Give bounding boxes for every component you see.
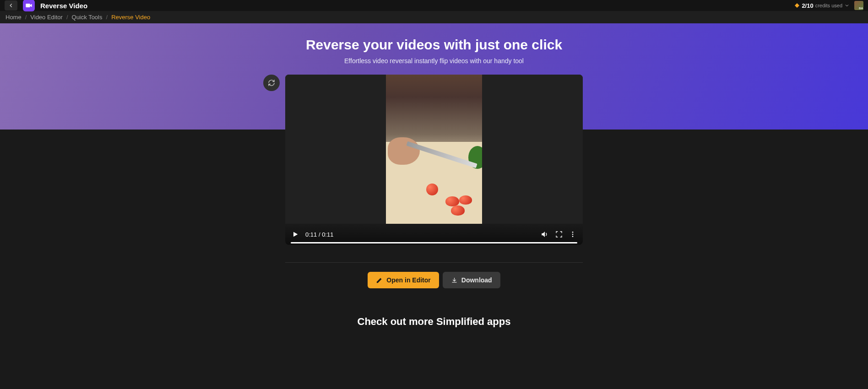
stage: 0:11 / 0:11 Open in Editor Down	[0, 75, 868, 328]
more-vertical-icon	[569, 231, 576, 238]
breadcrumb-current: Reverse Video	[111, 14, 150, 21]
fullscreen-icon	[555, 231, 563, 238]
credits-count: 2/10	[802, 2, 813, 9]
breadcrumb: Home / Video Editor / Quick Tools / Reve…	[0, 11, 868, 23]
breadcrumb-item-home[interactable]: Home	[5, 14, 22, 21]
topbar-left: Reverse Video	[5, 0, 87, 11]
breadcrumb-item-video-editor[interactable]: Video Editor	[30, 14, 63, 21]
svg-point-2	[572, 234, 574, 235]
svg-point-3	[572, 236, 574, 237]
topbar-right: 2/10 credits used DA	[794, 1, 863, 10]
volume-button[interactable]	[541, 230, 549, 238]
video-wrap: 0:11 / 0:11	[285, 75, 583, 245]
breadcrumb-item-quick-tools[interactable]: Quick Tools	[72, 14, 103, 21]
svg-point-1	[572, 232, 574, 233]
reset-button[interactable]	[263, 75, 280, 91]
open-label: Open in Editor	[386, 276, 430, 284]
arrow-left-icon	[8, 2, 14, 9]
hero-subtitle: Effortless video reversal instantly flip…	[0, 57, 868, 65]
video-camera-icon	[25, 2, 33, 9]
progress-bar[interactable]	[291, 242, 577, 243]
play-button[interactable]	[292, 231, 299, 238]
svg-rect-0	[26, 4, 30, 7]
hero-title: Reverse your videos with just one click	[0, 37, 868, 53]
breadcrumb-sep: /	[25, 14, 27, 21]
download-label: Download	[461, 276, 492, 284]
volume-icon	[541, 230, 549, 238]
back-button[interactable]	[5, 0, 17, 11]
avatar[interactable]: DA	[854, 1, 863, 10]
breadcrumb-sep: /	[106, 14, 108, 21]
diamond-icon	[794, 3, 800, 8]
topbar: Reverse Video 2/10 credits used DA	[0, 0, 868, 11]
footer-heading: Check out more Simplified apps	[358, 316, 511, 328]
credits-label: credits used	[815, 3, 842, 8]
pencil-icon	[376, 277, 383, 284]
download-button[interactable]: Download	[443, 272, 500, 288]
play-icon	[292, 231, 299, 238]
chevron-down-icon	[844, 3, 850, 8]
app-title: Reverse Video	[40, 2, 87, 10]
divider	[285, 262, 583, 263]
video-frame	[285, 75, 583, 224]
credits-indicator[interactable]: 2/10 credits used	[794, 2, 850, 9]
download-icon	[451, 277, 458, 284]
action-buttons: Open in Editor Download	[368, 272, 500, 288]
more-button[interactable]	[569, 231, 576, 238]
video-time: 0:11 / 0:11	[305, 231, 333, 238]
video-thumbnail	[386, 75, 482, 224]
avatar-initials: DA	[859, 7, 863, 10]
video-controls: 0:11 / 0:11	[285, 224, 583, 245]
fullscreen-button[interactable]	[555, 231, 563, 238]
breadcrumb-sep: /	[66, 14, 68, 21]
video-player[interactable]: 0:11 / 0:11	[285, 75, 583, 245]
app-icon	[23, 0, 35, 11]
open-in-editor-button[interactable]: Open in Editor	[368, 272, 439, 288]
refresh-icon	[268, 79, 275, 86]
